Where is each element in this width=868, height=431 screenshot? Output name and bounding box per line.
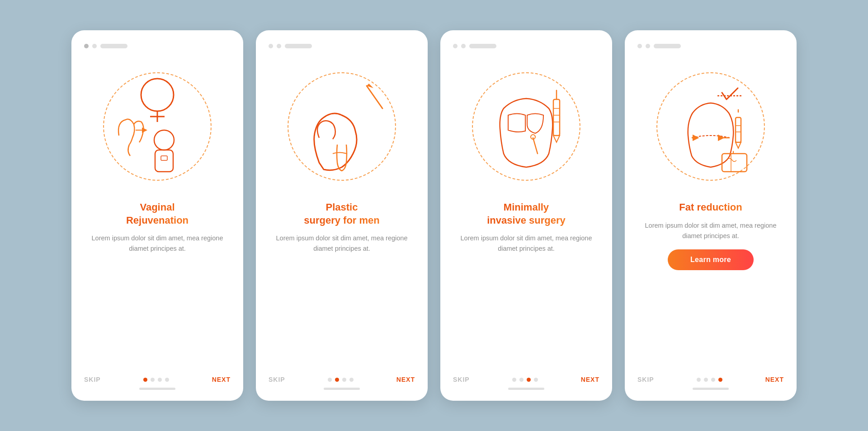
plastic-svg (278, 63, 405, 190)
status-dot (461, 44, 466, 48)
illustration-vaginal (84, 56, 231, 197)
status-line (100, 44, 127, 48)
status-dot (269, 44, 273, 48)
next-label-1[interactable]: NEXT (212, 376, 231, 383)
skip-label-3[interactable]: SKIP (453, 376, 470, 383)
pagination-3 (512, 378, 538, 382)
skip-label-2[interactable]: SKIP (269, 376, 285, 383)
status-bar-3 (453, 44, 496, 48)
status-dot (277, 44, 281, 48)
pagination-2 (328, 378, 354, 382)
illustration-fat (637, 56, 784, 197)
pdot-active (718, 378, 722, 382)
status-dot (646, 44, 650, 48)
cards-container: Vaginal Rejuvenation Lorem ipsum dolor s… (53, 12, 815, 419)
skip-label-1[interactable]: SKIP (84, 376, 101, 383)
card-plastic-surgery: Plastic surgery for men Lorem ipsum dolo… (256, 30, 428, 401)
card-title-3: Minimally invasive surgery (487, 201, 566, 227)
card-title-4: Fat reduction (679, 201, 742, 214)
svg-point-0 (141, 79, 174, 111)
pdot (328, 378, 332, 382)
illustration-plastic (269, 56, 415, 197)
pdot-active (335, 378, 339, 382)
pdot (512, 378, 516, 382)
next-label-4[interactable]: NEXT (765, 376, 784, 383)
pdot (711, 378, 715, 382)
svg-rect-5 (161, 156, 167, 160)
pagination-1 (143, 378, 169, 382)
card-fat-reduction: Fat reduction Lorem ipsum dolor sit dim … (625, 30, 797, 401)
status-dot (453, 44, 458, 48)
svg-rect-21 (722, 154, 747, 172)
bottom-bar-3 (508, 388, 544, 390)
status-bar-4 (637, 44, 681, 48)
pdot-active (143, 378, 147, 382)
vaginal-svg (94, 63, 221, 190)
status-line (285, 44, 312, 48)
bottom-bar-1 (139, 388, 175, 390)
next-label-3[interactable]: NEXT (581, 376, 599, 383)
status-line (654, 44, 681, 48)
pdot (519, 378, 524, 382)
card-minimally-invasive: Minimally invasive surgery Lorem ipsum d… (440, 30, 612, 401)
pdot (704, 378, 708, 382)
card-desc-2: Lorem ipsum dolor sit dim amet, mea regi… (269, 233, 415, 254)
invasive-svg (463, 63, 590, 190)
status-bar-2 (269, 44, 312, 48)
pdot (349, 378, 354, 382)
pdot (165, 378, 169, 382)
pdot (151, 378, 155, 382)
skip-label-4[interactable]: SKIP (637, 376, 654, 383)
card-desc-4: Lorem ipsum dolor sit dim amet, mea regi… (637, 220, 784, 241)
card-footer-4: SKIP NEXT (637, 372, 784, 383)
status-dot (637, 44, 642, 48)
illustration-invasive (453, 56, 599, 197)
svg-line-7 (367, 86, 382, 108)
svg-rect-8 (553, 99, 560, 136)
card-footer-3: SKIP NEXT (453, 372, 599, 383)
card-desc-1: Lorem ipsum dolor sit dim amet, mea regi… (84, 233, 231, 254)
fat-svg (647, 63, 774, 190)
next-label-2[interactable]: NEXT (396, 376, 415, 383)
pagination-4 (697, 378, 722, 382)
pdot (534, 378, 538, 382)
status-dot (92, 44, 97, 48)
bottom-bar-2 (324, 388, 360, 390)
svg-rect-17 (736, 117, 741, 142)
status-bar-1 (84, 44, 127, 48)
card-footer-1: SKIP NEXT (84, 372, 231, 383)
pdot (342, 378, 346, 382)
card-vaginal-rejuvenation: Vaginal Rejuvenation Lorem ipsum dolor s… (71, 30, 243, 401)
pdot (158, 378, 162, 382)
bottom-bar-4 (693, 388, 729, 390)
learn-more-button[interactable]: Learn more (668, 249, 754, 270)
svg-point-3 (154, 130, 174, 150)
card-title-1: Vaginal Rejuvenation (126, 201, 189, 227)
card-footer-2: SKIP NEXT (269, 372, 415, 383)
pdot (697, 378, 701, 382)
svg-rect-4 (155, 150, 173, 172)
card-desc-3: Lorem ipsum dolor sit dim amet, mea regi… (453, 233, 599, 254)
card-title-2: Plastic surgery for men (304, 201, 380, 227)
pdot-active (527, 378, 531, 382)
status-line (469, 44, 496, 48)
status-dot (84, 44, 89, 48)
svg-line-12 (533, 138, 538, 154)
